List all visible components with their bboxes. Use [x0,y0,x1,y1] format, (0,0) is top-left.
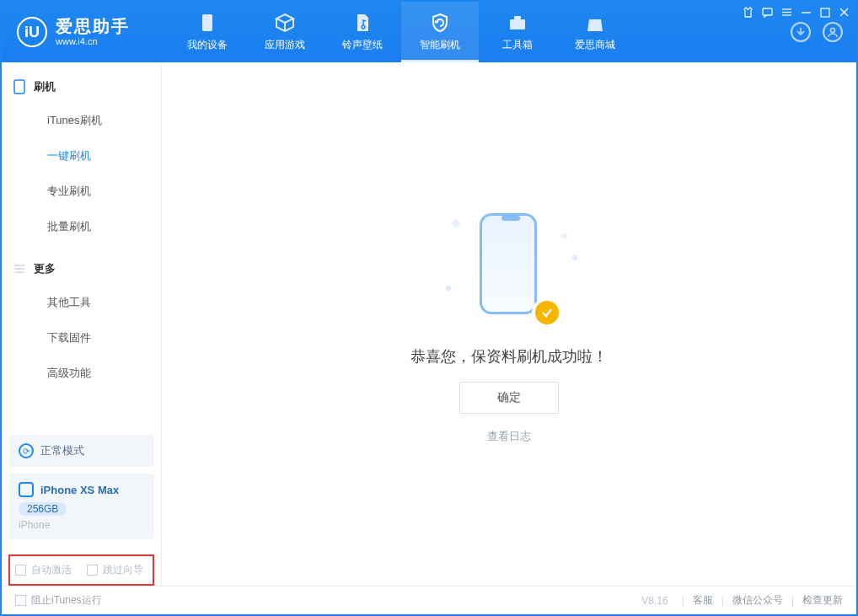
device-icon [19,482,34,497]
options-highlighted: 自动激活 跳过向导 [8,554,154,586]
sidebar-item-pro-flash[interactable]: 专业刷机 [2,174,161,209]
nav-tabs: 我的设备 应用游戏 铃声壁纸 智能刷机 工具箱 爱思商城 [169,2,634,62]
close-button[interactable] [839,7,850,18]
app-body: 刷机 iTunes刷机 一键刷机 专业刷机 批量刷机 更多 其他工具 下载固件 … [2,62,856,586]
main-panel: 恭喜您，保资料刷机成功啦！ 确定 查看日志 [162,62,856,586]
device-name: iPhone XS Max [40,484,119,496]
wechat-link[interactable]: 微信公众号 [732,593,783,608]
maximize-button[interactable] [820,8,830,18]
window-controls [743,7,850,18]
svg-point-11 [831,29,835,33]
download-icon[interactable] [791,22,811,42]
sidebar-item-itunes-flash[interactable]: iTunes刷机 [2,103,161,138]
music-file-icon [352,13,373,33]
sidebar-section-flash: 刷机 [2,62,161,103]
feedback-icon[interactable] [762,7,773,18]
sidebar-section-more: 更多 [2,244,161,285]
user-icon[interactable] [823,22,843,42]
check-badge-icon [532,297,562,328]
tab-my-device[interactable]: 我的设备 [169,2,246,62]
tab-toolbox[interactable]: 工具箱 [479,2,556,62]
device-type: iPhone [19,519,144,531]
app-logo: iU 爱思助手 www.i4.cn [17,2,169,62]
success-illustration [463,205,555,331]
app-name: 爱思助手 [56,17,130,36]
version-label: V8.16 [641,595,668,607]
tab-smart-flash[interactable]: 智能刷机 [401,2,479,62]
sidebar: 刷机 iTunes刷机 一键刷机 专业刷机 批量刷机 更多 其他工具 下载固件 … [2,62,162,586]
phone-icon [197,13,217,33]
bag-icon [585,13,605,33]
menu-icon[interactable] [781,7,792,18]
device-capacity: 256GB [19,502,67,516]
dot-icon [446,286,451,291]
sidebar-item-advanced[interactable]: 高级功能 [2,356,161,391]
sidebar-item-onekey-flash[interactable]: 一键刷机 [2,138,161,174]
minimize-button[interactable] [801,7,812,18]
toolbox-icon [507,13,528,33]
app-url: www.i4.cn [56,36,130,47]
ok-button[interactable]: 确定 [459,382,559,414]
mode-card[interactable]: ⟳ 正常模式 [8,435,154,467]
refresh-shield-icon [430,13,450,33]
svg-rect-12 [14,80,24,94]
svg-rect-0 [763,8,772,15]
device-card[interactable]: iPhone XS Max 256GB iPhone [8,474,154,539]
tab-ringtone-wallpaper[interactable]: 铃声壁纸 [324,2,401,62]
status-bar: 阻止iTunes运行 V8.16 | 客服 | 微信公众号 | 检查更新 [2,586,856,614]
cube-icon [275,13,295,33]
success-message: 恭喜您，保资料刷机成功啦！ [410,346,608,367]
list-icon [13,263,25,275]
checkbox-auto-activate[interactable]: 自动激活 [15,563,72,577]
app-header: iU 爱思助手 www.i4.cn 我的设备 应用游戏 铃声壁纸 智能刷机 工具… [2,2,856,62]
checkbox-skip-guide[interactable]: 跳过向导 [87,563,143,577]
sidebar-item-download-firmware[interactable]: 下载固件 [2,320,161,356]
device-outline-icon [13,79,25,94]
logo-icon: iU [17,17,47,47]
svg-rect-9 [510,19,525,29]
dot-icon [572,255,577,260]
sidebar-item-other-tools[interactable]: 其他工具 [2,285,161,320]
sidebar-item-batch-flash[interactable]: 批量刷机 [2,209,161,244]
check-update-link[interactable]: 检查更新 [802,593,843,608]
support-link[interactable]: 客服 [693,593,713,608]
sparkle-icon [451,218,460,228]
sparkle-icon [561,232,568,238]
tab-apps-games[interactable]: 应用游戏 [246,2,324,62]
skin-icon[interactable] [743,7,753,18]
svg-rect-10 [514,16,521,19]
mode-icon: ⟳ [19,443,34,458]
svg-rect-8 [202,14,212,31]
mode-label: 正常模式 [40,443,84,458]
checkbox-block-itunes[interactable]: 阻止iTunes运行 [15,593,102,608]
phone-icon [480,213,537,314]
svg-rect-5 [821,8,829,17]
tab-store[interactable]: 爱思商城 [556,2,634,62]
view-log-link[interactable]: 查看日志 [487,429,531,444]
